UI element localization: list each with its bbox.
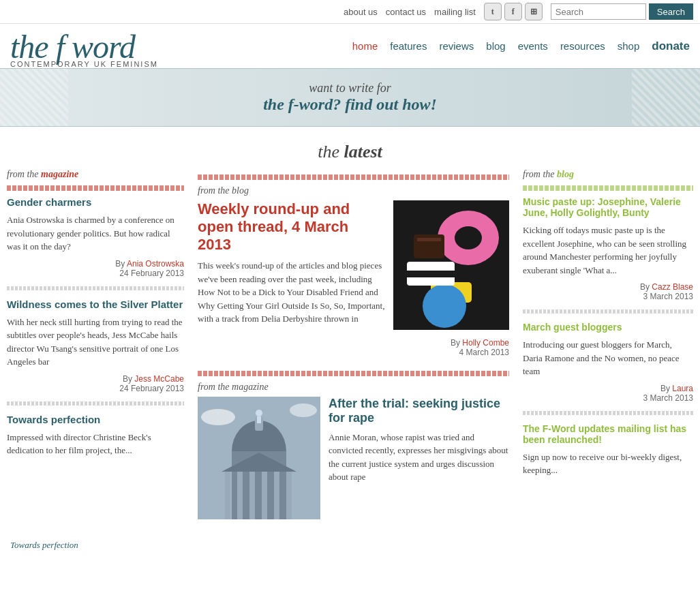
center-column: from the blog Weekly round-up and open t…: [198, 169, 509, 533]
svg-rect-15: [249, 472, 255, 519]
latest-main: latest: [344, 142, 382, 162]
site-logo: the f word CONTEMPORARY UK FEMINISM: [10, 31, 158, 68]
latest-heading: the latest: [0, 128, 700, 169]
promo-rest: ? find out how!: [333, 95, 437, 113]
center-article-1-author[interactable]: Holly Combe: [462, 338, 509, 348]
svg-rect-16: [262, 472, 267, 519]
left-article-3: Towards perfection Impressed with direct…: [7, 414, 184, 457]
svg-point-24: [290, 403, 317, 417]
right-article-3-title[interactable]: The F-Word updates mailing list has been…: [523, 423, 693, 445]
right-article-2-excerpt: Introducing our guest bloggers for March…: [523, 338, 693, 378]
nav-reviews[interactable]: reviews: [439, 40, 474, 52]
left-article-2-excerpt: With her neck still hurting from trying …: [7, 316, 184, 369]
rss-icon[interactable]: ⊞: [525, 3, 543, 20]
search-input[interactable]: [551, 3, 646, 20]
center-divider-1: [198, 174, 509, 180]
mailing-link[interactable]: mailing list: [434, 7, 476, 17]
right-article-1-author[interactable]: Cazz Blase: [652, 282, 693, 292]
nav-blog[interactable]: blog: [486, 40, 505, 52]
nav-resources[interactable]: resources: [560, 40, 605, 52]
right-article-1-excerpt: Kicking off todays music paste up is the…: [523, 224, 693, 277]
center-divider-2: [198, 371, 509, 376]
search-box: Search: [551, 3, 693, 20]
center-article-1-top: Weekly round-up and open thread, 4 March…: [198, 200, 509, 331]
candy-image: [393, 200, 509, 330]
left-divider-3: [7, 401, 184, 406]
left-from-label: from the magazine: [7, 169, 184, 180]
center-article-1-byline: By Holly Combe 4 March 2013: [198, 338, 509, 357]
left-article-2: Wildness comes to the Silver Platter Wit…: [7, 299, 184, 393]
right-column: from the blog Music paste up: Josephine,…: [523, 169, 693, 533]
promo-line2: the f-word? find out how!: [14, 95, 686, 114]
right-divider-1: [523, 185, 693, 191]
twitter-icon[interactable]: t: [484, 3, 502, 20]
site-header: the f word CONTEMPORARY UK FEMINISM home…: [0, 24, 700, 68]
left-article-1-author[interactable]: Ania Ostrowska: [127, 259, 184, 269]
promo-banner[interactable]: want to write for the f-word? find out h…: [0, 68, 700, 127]
nav-events[interactable]: events: [518, 40, 548, 52]
latest-pre: the: [318, 142, 344, 162]
svg-rect-21: [257, 416, 261, 423]
promo-brand: the f-word: [263, 95, 333, 113]
right-divider-3: [523, 411, 693, 415]
left-article-1-title[interactable]: Gender charmers: [7, 196, 184, 208]
right-divider-2: [523, 309, 693, 314]
center-article-1-excerpt: This week's round-up of the articles and…: [198, 259, 385, 326]
right-article-1-title[interactable]: Music paste up: Josephine, Valerie June,…: [523, 196, 693, 218]
right-from-label: from the blog: [523, 169, 693, 180]
center-article-2-text: After the trial: seeking justice for rap…: [329, 397, 509, 519]
svg-rect-14: [237, 472, 243, 519]
left-article-1-date: 24 February 2013: [119, 269, 184, 278]
svg-rect-17: [274, 472, 279, 519]
center-article-2-title[interactable]: After the trial: seeking justice for rap…: [329, 397, 509, 425]
contact-link[interactable]: contact us: [386, 7, 426, 17]
social-icons: t f ⊞: [484, 3, 543, 20]
right-article-2-byline: By Laura 3 March 2013: [523, 384, 693, 403]
footer-tagline: Towards perfection: [0, 533, 700, 558]
left-divider: [7, 185, 184, 191]
svg-rect-8: [417, 238, 441, 241]
building-image: [198, 397, 320, 519]
left-article-3-title[interactable]: Towards perfection: [7, 414, 184, 425]
nav-home[interactable]: home: [352, 40, 378, 52]
logo-text: the f word: [10, 31, 158, 63]
nav-donate[interactable]: donate: [652, 40, 690, 53]
right-article-1-byline: By Cazz Blase 3 March 2013: [523, 282, 693, 301]
left-article-1: Gender charmers Ania Ostrowska is charme…: [7, 196, 184, 278]
nav-features[interactable]: features: [390, 40, 427, 52]
logo-tagline: CONTEMPORARY UK FEMINISM: [10, 61, 158, 68]
center-from-label-2: from the magazine: [198, 382, 509, 393]
svg-rect-18: [286, 472, 292, 519]
right-article-3-excerpt: Sign up now to receive our bi-weekly dig…: [523, 451, 693, 477]
svg-point-2: [455, 226, 482, 249]
left-article-2-byline: By Jess McCabe 24 February 2013: [7, 374, 184, 393]
left-article-2-author[interactable]: Jess McCabe: [134, 374, 184, 384]
right-article-1: Music paste up: Josephine, Valerie June,…: [523, 196, 693, 301]
left-article-3-excerpt: Impressed with director Christine Beck's…: [7, 431, 184, 457]
svg-point-23: [201, 409, 235, 425]
left-article-1-excerpt: Ania Ostrowska is charmed by a conferenc…: [7, 213, 184, 254]
center-article-1: from the blog Weekly round-up and open t…: [198, 174, 509, 357]
left-article-1-byline: By Ania Ostrowska 24 February 2013: [7, 259, 184, 278]
center-article-2-excerpt: Annie Moran, whose rapist was tried and …: [329, 431, 509, 484]
right-article-2: March guest bloggers Introducing our gue…: [523, 322, 693, 403]
right-article-1-date: 3 March 2013: [643, 292, 693, 301]
about-link[interactable]: about us: [344, 7, 378, 17]
main-nav: home features reviews blog events resour…: [352, 40, 690, 60]
content-area: from the magazine Gender charmers Ania O…: [0, 169, 700, 533]
right-article-2-title[interactable]: March guest bloggers: [523, 322, 693, 333]
top-bar: about us contact us mailing list t f ⊞ S…: [0, 0, 700, 24]
left-divider-2: [7, 286, 184, 290]
nav-shop[interactable]: shop: [618, 40, 640, 52]
right-article-2-author[interactable]: Laura: [672, 384, 693, 393]
left-article-2-date: 24 February 2013: [119, 384, 184, 393]
center-from-label-1: from the blog: [198, 185, 509, 196]
svg-rect-13: [225, 472, 230, 519]
search-button[interactable]: Search: [649, 3, 693, 20]
left-column: from the magazine Gender charmers Ania O…: [7, 169, 184, 533]
center-article-1-title[interactable]: Weekly round-up and open thread, 4 March…: [198, 200, 385, 254]
center-article-2: from the magazine: [198, 371, 509, 519]
right-article-3: The F-Word updates mailing list has been…: [523, 423, 693, 477]
left-article-2-title[interactable]: Wildness comes to the Silver Platter: [7, 299, 184, 310]
facebook-icon[interactable]: f: [504, 3, 522, 20]
